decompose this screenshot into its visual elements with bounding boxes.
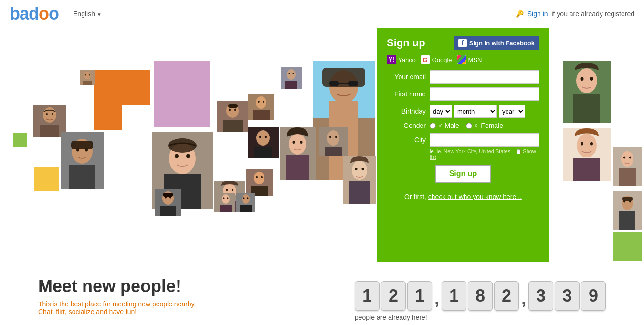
svg-point-73	[261, 176, 263, 178]
checkout-link[interactable]: check out who you know here...	[428, 193, 522, 200]
gender-label: Gender	[387, 122, 430, 129]
svg-point-6	[84, 72, 91, 79]
digit-8: 3	[555, 281, 580, 311]
svg-point-41	[186, 154, 190, 158]
birthday-month-select[interactable]: month JanuaryFebruaryMarchApril MayJuneJ…	[454, 105, 497, 118]
signin-area: 🔑 Sign in if you are already registered	[516, 10, 634, 18]
svg-point-88	[227, 197, 229, 199]
firstname-input[interactable]	[430, 87, 539, 101]
male-radio[interactable]	[430, 123, 436, 129]
svg-point-54	[256, 130, 270, 146]
svg-point-97	[581, 77, 584, 81]
comma-2: ,	[521, 289, 526, 311]
photo-3	[248, 94, 274, 120]
yahoo-signin-button[interactable]: Y! Yahoo	[387, 55, 416, 64]
svg-point-80	[287, 69, 296, 80]
photo-face-1	[61, 132, 104, 189]
svg-point-100	[577, 134, 597, 157]
svg-point-70	[254, 172, 264, 184]
email-label: Your email	[387, 73, 430, 81]
female-option[interactable]: ♀ Female	[466, 122, 503, 129]
svg-point-52	[335, 136, 337, 138]
google-label: Google	[432, 56, 452, 63]
svg-rect-28	[329, 81, 339, 86]
language-arrow: ▼	[97, 12, 102, 17]
photo-small-top	[281, 67, 302, 89]
comma-1: ,	[434, 289, 439, 311]
tagline-heading: Meet new people!	[38, 276, 336, 296]
svg-point-90	[242, 194, 250, 204]
svg-point-46	[293, 141, 295, 144]
svg-point-77	[355, 168, 358, 170]
svg-point-56	[259, 136, 261, 138]
facebook-signin-button[interactable]: f Sign in with Facebook	[454, 36, 539, 50]
show-list-icon: 📋	[516, 149, 521, 154]
svg-point-98	[590, 77, 593, 81]
photo-face-4	[248, 127, 279, 158]
photo-tiny-2	[236, 193, 255, 212]
svg-rect-7	[83, 81, 92, 85]
svg-point-40	[175, 154, 179, 158]
svg-point-14	[234, 109, 236, 111]
digit-9: 9	[581, 281, 606, 311]
logo: badoo	[10, 4, 59, 24]
language-selector[interactable]: English ▼	[73, 10, 102, 18]
female-radio[interactable]	[466, 123, 472, 129]
google-signin-button[interactable]: G Google	[421, 55, 452, 64]
male-icon: ♂	[438, 122, 443, 129]
right-photo-1	[563, 61, 611, 123]
svg-point-85	[222, 194, 230, 204]
svg-point-72	[256, 176, 258, 178]
svg-rect-114	[622, 197, 633, 201]
svg-point-92	[243, 197, 245, 199]
svg-point-68	[232, 189, 233, 191]
svg-rect-33	[69, 165, 95, 189]
signin-link[interactable]: Sign in	[528, 10, 548, 18]
svg-rect-101	[573, 158, 600, 181]
birthday-day-select[interactable]: day 12345 678910 1112131415 1617181920 2…	[430, 105, 452, 118]
city-hint-link[interactable]: ie. New York City, United States	[437, 148, 510, 154]
signup-button[interactable]: Sign up	[435, 165, 492, 183]
svg-point-47	[300, 141, 303, 144]
bottom-section: Meet new people! This is the best place …	[0, 262, 644, 325]
email-input[interactable]	[430, 70, 539, 84]
color-block-green-small	[13, 133, 27, 147]
svg-point-9	[89, 74, 90, 76]
svg-rect-36	[71, 141, 93, 149]
city-input[interactable]	[430, 133, 539, 147]
svg-point-102	[581, 142, 583, 146]
google-icon: G	[421, 55, 430, 64]
svg-point-95	[576, 68, 597, 93]
photo-bottom-female	[343, 156, 376, 204]
right-photo-2	[563, 128, 611, 181]
photo-tiny-1	[216, 193, 235, 212]
svg-point-78	[362, 168, 364, 170]
svg-rect-18	[253, 110, 270, 120]
svg-point-17	[256, 96, 266, 109]
language-label: English	[73, 10, 95, 18]
digit-2: 2	[381, 281, 406, 311]
divider	[387, 188, 539, 188]
male-label: Male	[445, 122, 459, 129]
svg-rect-96	[573, 94, 600, 123]
photo-bottom-1	[155, 189, 181, 216]
svg-point-44	[289, 134, 306, 155]
male-option[interactable]: ♂ Male	[430, 122, 459, 129]
svg-rect-91	[240, 205, 252, 212]
digit-7: 3	[528, 281, 553, 311]
counter-label: people are already here!	[355, 314, 427, 321]
svg-point-42	[168, 138, 197, 153]
female-label: Female	[481, 122, 503, 129]
female-icon: ♀	[474, 122, 479, 129]
right-photo-male	[613, 191, 642, 230]
svg-point-108	[629, 157, 631, 159]
msn-signin-button[interactable]: M MSN	[457, 55, 482, 64]
birthday-year-select[interactable]: year 2010200520001995 1990198519801975 1…	[499, 105, 525, 118]
svg-point-103	[590, 142, 593, 146]
svg-point-49	[327, 130, 339, 146]
digit-5: 8	[468, 281, 493, 311]
svg-rect-55	[254, 147, 272, 158]
photo-small-1	[80, 70, 95, 85]
city-label: City	[387, 136, 430, 144]
svg-point-83	[293, 73, 294, 74]
